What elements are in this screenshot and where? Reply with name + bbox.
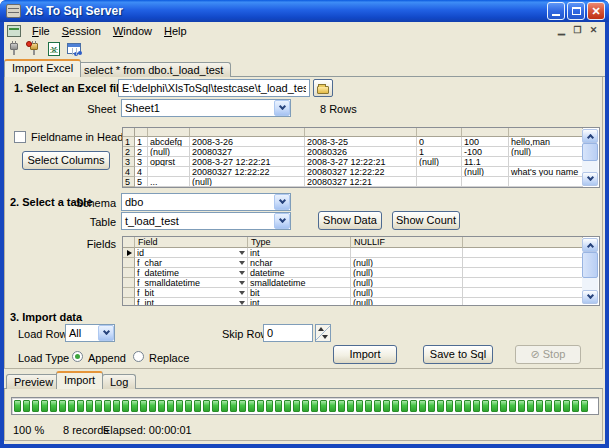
excel-grid-cell[interactable]: 2008-3-27 12:22:21: [305, 157, 417, 167]
excel-grid-cell[interactable]: 2008-3-26: [190, 137, 305, 147]
excel-grid-cell[interactable]: [462, 177, 509, 187]
fields-grid-nullif-cell[interactable]: (null): [351, 258, 463, 268]
load-rows-combo[interactable]: All: [65, 324, 115, 342]
field-dropdown-arrow-icon[interactable]: [239, 251, 245, 255]
excel-grid-cell[interactable]: 1: [417, 147, 462, 157]
excel-grid-cell[interactable]: what's you name: [509, 167, 583, 177]
save-to-sql-button[interactable]: Save to Sql: [423, 345, 493, 364]
fields-grid-type-cell[interactable]: nchar: [248, 258, 351, 268]
excel-grid-scrollbar[interactable]: [582, 129, 598, 186]
excel-grid-cell[interactable]: (null): [190, 177, 305, 187]
import-button[interactable]: Import: [333, 345, 397, 364]
field-dropdown-arrow-icon[interactable]: [239, 291, 245, 295]
show-count-button[interactable]: Show Count: [392, 211, 460, 230]
fields-grid-field-cell[interactable]: f_int: [135, 298, 248, 306]
fields-grid-type-cell[interactable]: int: [248, 248, 351, 258]
fields-grid-scrollbar[interactable]: [582, 238, 598, 304]
excel-grid-cell[interactable]: 20080326: [305, 147, 417, 157]
excel-grid-cell[interactable]: (null): [509, 147, 583, 157]
fields-grid-nullif-cell[interactable]: (null): [351, 298, 463, 306]
disconnect-session-icon[interactable]: [26, 41, 43, 57]
excel-grid-cell[interactable]: 1: [135, 137, 148, 147]
fields-grid-field-cell[interactable]: f_bit: [135, 288, 248, 298]
schema-combo[interactable]: dbo: [121, 193, 291, 211]
field-dropdown-arrow-icon[interactable]: [239, 271, 245, 275]
excel-grid-cell[interactable]: (null): [417, 157, 462, 167]
excel-grid-cell[interactable]: -100: [462, 147, 509, 157]
maximize-button[interactable]: [567, 2, 585, 20]
excel-grid-cell[interactable]: 20080327: [190, 147, 305, 157]
excel-grid-cell[interactable]: ...: [148, 177, 190, 187]
excel-grid-cell[interactable]: 2: [135, 147, 148, 157]
excel-grid-cell[interactable]: 20080327 12:21: [305, 177, 417, 187]
excel-grid-cell[interactable]: abcdefg: [148, 137, 190, 147]
excel-grid-cell[interactable]: [148, 167, 190, 177]
append-radio[interactable]: [72, 351, 83, 362]
tab-log[interactable]: Log: [102, 374, 136, 389]
excel-grid-cell[interactable]: 3: [135, 157, 148, 167]
skip-rows-spinner[interactable]: [315, 324, 331, 342]
fields-grid-type-cell[interactable]: datetime: [248, 268, 351, 278]
excel-grid-cell[interactable]: 0: [417, 137, 462, 147]
replace-radio[interactable]: [133, 351, 144, 362]
excel-grid-cell[interactable]: 100: [462, 137, 509, 147]
select-columns-button[interactable]: Select Columns: [22, 151, 110, 170]
excel-grid-cell[interactable]: opqrst: [148, 157, 190, 167]
scroll-up-button[interactable]: [582, 238, 598, 252]
mdi-restore-button[interactable]: ❐: [570, 24, 585, 37]
excel-grid-cell[interactable]: (null): [148, 147, 190, 157]
excel-file-icon[interactable]: [46, 41, 63, 57]
menu-help[interactable]: Help: [158, 23, 193, 39]
fields-grid-field-cell[interactable]: f_datetime: [135, 268, 248, 278]
excel-grid-cell[interactable]: 2008-3-25: [305, 137, 417, 147]
connect-icon[interactable]: [6, 41, 23, 57]
fields-grid-nullif-cell[interactable]: (null): [351, 278, 463, 288]
tab-import[interactable]: Import: [56, 371, 103, 389]
excel-grid-cell[interactable]: 4: [135, 167, 148, 177]
fields-grid-nullif-cell[interactable]: [351, 248, 463, 258]
excel-grid-cell[interactable]: [417, 177, 462, 187]
fields-grid-field-cell[interactable]: id: [135, 248, 248, 258]
excel-grid-cell[interactable]: hello,man: [509, 137, 583, 147]
excel-grid-cell[interactable]: [509, 177, 583, 187]
excel-grid-cell[interactable]: [417, 167, 462, 177]
scroll-up-button[interactable]: [582, 129, 598, 143]
excel-grid-cell[interactable]: (null): [462, 167, 509, 177]
fields-grid-field-cell[interactable]: f_char: [135, 258, 248, 268]
tab-select-query[interactable]: select * from dbo.t_load_test: [76, 62, 231, 77]
excel-grid-cell[interactable]: 20080327 12:22:22: [305, 167, 417, 177]
excel-grid-cell[interactable]: 11.1: [462, 157, 509, 167]
excel-file-input[interactable]: [118, 79, 310, 97]
scroll-thumb[interactable]: [582, 143, 598, 161]
sheet-combo[interactable]: Sheet1: [121, 99, 291, 117]
fieldname-header-checkbox[interactable]: [14, 131, 26, 143]
excel-grid-cell[interactable]: 20080327 12:22:22: [190, 167, 305, 177]
show-data-button[interactable]: Show Data: [318, 211, 382, 230]
query-grid-icon[interactable]: [66, 41, 83, 57]
scroll-down-button[interactable]: [582, 172, 598, 186]
load-rows-arrow-button[interactable]: [98, 325, 114, 341]
mdi-close-button[interactable]: ✕: [586, 24, 601, 37]
excel-grid-cell[interactable]: 5: [135, 177, 148, 187]
fields-grid-nullif-cell[interactable]: (null): [351, 268, 463, 278]
fields-grid-type-cell[interactable]: bit: [248, 288, 351, 298]
field-dropdown-arrow-icon[interactable]: [239, 301, 245, 305]
skip-rows-input[interactable]: [263, 324, 313, 342]
table-combo[interactable]: t_load_test: [121, 212, 291, 230]
schema-combo-arrow-button[interactable]: [274, 194, 290, 210]
fields-grid-type-cell[interactable]: int: [248, 298, 351, 306]
scroll-down-button[interactable]: [582, 290, 598, 304]
menu-window[interactable]: Window: [107, 23, 158, 39]
excel-grid-cell[interactable]: 2008-3-27 12:22:21: [190, 157, 305, 167]
minimize-button[interactable]: [547, 2, 565, 20]
fields-grid-type-cell[interactable]: smalldatetime: [248, 278, 351, 288]
browse-file-button[interactable]: [313, 79, 333, 97]
field-dropdown-arrow-icon[interactable]: [239, 281, 245, 285]
close-button[interactable]: ✕: [587, 2, 605, 20]
fields-grid-field-cell[interactable]: f_smalldatetime: [135, 278, 248, 288]
tab-import-excel[interactable]: Import Excel: [4, 59, 81, 77]
excel-grid-cell[interactable]: [509, 157, 583, 167]
field-dropdown-arrow-icon[interactable]: [239, 261, 245, 265]
scroll-thumb[interactable]: [582, 252, 598, 278]
tab-preview[interactable]: Preview: [6, 374, 61, 389]
